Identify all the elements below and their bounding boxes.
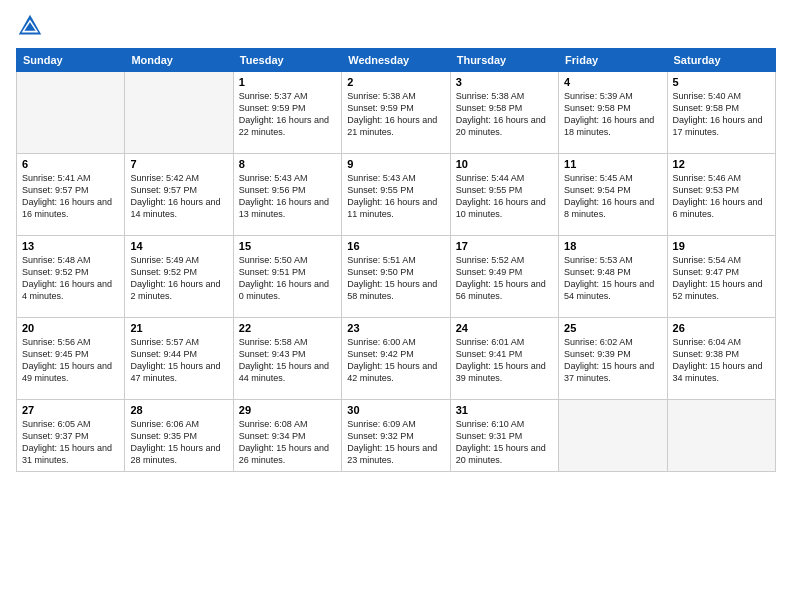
calendar-cell: 22Sunrise: 5:58 AMSunset: 9:43 PMDayligh… [233,318,341,400]
day-number: 31 [456,404,553,416]
calendar-cell: 21Sunrise: 5:57 AMSunset: 9:44 PMDayligh… [125,318,233,400]
calendar-cell: 10Sunrise: 5:44 AMSunset: 9:55 PMDayligh… [450,154,558,236]
cell-text: Sunrise: 5:51 AMSunset: 9:50 PMDaylight:… [347,254,444,303]
calendar-cell: 27Sunrise: 6:05 AMSunset: 9:37 PMDayligh… [17,400,125,472]
day-number: 19 [673,240,770,252]
calendar-cell: 6Sunrise: 5:41 AMSunset: 9:57 PMDaylight… [17,154,125,236]
calendar-cell: 23Sunrise: 6:00 AMSunset: 9:42 PMDayligh… [342,318,450,400]
cell-text: Sunrise: 5:39 AMSunset: 9:58 PMDaylight:… [564,90,661,139]
header [16,12,776,40]
day-number: 5 [673,76,770,88]
calendar-cell: 31Sunrise: 6:10 AMSunset: 9:31 PMDayligh… [450,400,558,472]
cell-text: Sunrise: 5:53 AMSunset: 9:48 PMDaylight:… [564,254,661,303]
calendar-cell: 3Sunrise: 5:38 AMSunset: 9:58 PMDaylight… [450,72,558,154]
cell-text: Sunrise: 6:08 AMSunset: 9:34 PMDaylight:… [239,418,336,467]
cell-text: Sunrise: 5:40 AMSunset: 9:58 PMDaylight:… [673,90,770,139]
calendar-cell: 28Sunrise: 6:06 AMSunset: 9:35 PMDayligh… [125,400,233,472]
cell-text: Sunrise: 5:50 AMSunset: 9:51 PMDaylight:… [239,254,336,303]
day-number: 1 [239,76,336,88]
cell-text: Sunrise: 6:04 AMSunset: 9:38 PMDaylight:… [673,336,770,385]
day-number: 8 [239,158,336,170]
cell-text: Sunrise: 6:09 AMSunset: 9:32 PMDaylight:… [347,418,444,467]
day-number: 23 [347,322,444,334]
day-number: 6 [22,158,119,170]
calendar-cell: 13Sunrise: 5:48 AMSunset: 9:52 PMDayligh… [17,236,125,318]
calendar-cell: 2Sunrise: 5:38 AMSunset: 9:59 PMDaylight… [342,72,450,154]
calendar-cell: 24Sunrise: 6:01 AMSunset: 9:41 PMDayligh… [450,318,558,400]
logo [16,12,48,40]
cell-text: Sunrise: 5:46 AMSunset: 9:53 PMDaylight:… [673,172,770,221]
day-header-friday: Friday [559,49,667,72]
day-number: 7 [130,158,227,170]
day-header-thursday: Thursday [450,49,558,72]
logo-icon [16,12,44,40]
day-number: 3 [456,76,553,88]
day-number: 29 [239,404,336,416]
day-number: 9 [347,158,444,170]
cell-text: Sunrise: 5:38 AMSunset: 9:58 PMDaylight:… [456,90,553,139]
cell-text: Sunrise: 5:43 AMSunset: 9:56 PMDaylight:… [239,172,336,221]
day-number: 30 [347,404,444,416]
day-number: 24 [456,322,553,334]
day-number: 21 [130,322,227,334]
day-number: 20 [22,322,119,334]
cell-text: Sunrise: 6:05 AMSunset: 9:37 PMDaylight:… [22,418,119,467]
calendar-cell: 14Sunrise: 5:49 AMSunset: 9:52 PMDayligh… [125,236,233,318]
calendar-cell: 9Sunrise: 5:43 AMSunset: 9:55 PMDaylight… [342,154,450,236]
cell-text: Sunrise: 5:48 AMSunset: 9:52 PMDaylight:… [22,254,119,303]
calendar-week-row: 6Sunrise: 5:41 AMSunset: 9:57 PMDaylight… [17,154,776,236]
cell-text: Sunrise: 5:49 AMSunset: 9:52 PMDaylight:… [130,254,227,303]
calendar-cell: 7Sunrise: 5:42 AMSunset: 9:57 PMDaylight… [125,154,233,236]
day-number: 16 [347,240,444,252]
day-number: 4 [564,76,661,88]
calendar-cell: 29Sunrise: 6:08 AMSunset: 9:34 PMDayligh… [233,400,341,472]
day-number: 27 [22,404,119,416]
day-number: 11 [564,158,661,170]
cell-text: Sunrise: 6:10 AMSunset: 9:31 PMDaylight:… [456,418,553,467]
cell-text: Sunrise: 6:00 AMSunset: 9:42 PMDaylight:… [347,336,444,385]
calendar-cell [17,72,125,154]
cell-text: Sunrise: 5:58 AMSunset: 9:43 PMDaylight:… [239,336,336,385]
cell-text: Sunrise: 5:38 AMSunset: 9:59 PMDaylight:… [347,90,444,139]
calendar-cell: 15Sunrise: 5:50 AMSunset: 9:51 PMDayligh… [233,236,341,318]
calendar-cell: 19Sunrise: 5:54 AMSunset: 9:47 PMDayligh… [667,236,775,318]
calendar-week-row: 13Sunrise: 5:48 AMSunset: 9:52 PMDayligh… [17,236,776,318]
calendar-cell: 1Sunrise: 5:37 AMSunset: 9:59 PMDaylight… [233,72,341,154]
cell-text: Sunrise: 5:45 AMSunset: 9:54 PMDaylight:… [564,172,661,221]
cell-text: Sunrise: 6:01 AMSunset: 9:41 PMDaylight:… [456,336,553,385]
cell-text: Sunrise: 5:57 AMSunset: 9:44 PMDaylight:… [130,336,227,385]
calendar-cell: 17Sunrise: 5:52 AMSunset: 9:49 PMDayligh… [450,236,558,318]
cell-text: Sunrise: 6:06 AMSunset: 9:35 PMDaylight:… [130,418,227,467]
cell-text: Sunrise: 5:54 AMSunset: 9:47 PMDaylight:… [673,254,770,303]
day-number: 17 [456,240,553,252]
calendar-cell [559,400,667,472]
day-header-tuesday: Tuesday [233,49,341,72]
cell-text: Sunrise: 5:42 AMSunset: 9:57 PMDaylight:… [130,172,227,221]
day-header-saturday: Saturday [667,49,775,72]
cell-text: Sunrise: 5:37 AMSunset: 9:59 PMDaylight:… [239,90,336,139]
cell-text: Sunrise: 5:56 AMSunset: 9:45 PMDaylight:… [22,336,119,385]
calendar: SundayMondayTuesdayWednesdayThursdayFrid… [16,48,776,472]
cell-text: Sunrise: 5:52 AMSunset: 9:49 PMDaylight:… [456,254,553,303]
day-number: 12 [673,158,770,170]
calendar-cell: 11Sunrise: 5:45 AMSunset: 9:54 PMDayligh… [559,154,667,236]
calendar-cell: 4Sunrise: 5:39 AMSunset: 9:58 PMDaylight… [559,72,667,154]
day-number: 26 [673,322,770,334]
calendar-cell: 5Sunrise: 5:40 AMSunset: 9:58 PMDaylight… [667,72,775,154]
day-number: 28 [130,404,227,416]
day-number: 22 [239,322,336,334]
calendar-cell: 12Sunrise: 5:46 AMSunset: 9:53 PMDayligh… [667,154,775,236]
day-number: 18 [564,240,661,252]
calendar-cell [667,400,775,472]
day-number: 2 [347,76,444,88]
day-number: 13 [22,240,119,252]
day-header-sunday: Sunday [17,49,125,72]
calendar-week-row: 27Sunrise: 6:05 AMSunset: 9:37 PMDayligh… [17,400,776,472]
calendar-header-row: SundayMondayTuesdayWednesdayThursdayFrid… [17,49,776,72]
day-header-monday: Monday [125,49,233,72]
calendar-week-row: 1Sunrise: 5:37 AMSunset: 9:59 PMDaylight… [17,72,776,154]
cell-text: Sunrise: 5:44 AMSunset: 9:55 PMDaylight:… [456,172,553,221]
cell-text: Sunrise: 6:02 AMSunset: 9:39 PMDaylight:… [564,336,661,385]
page: SundayMondayTuesdayWednesdayThursdayFrid… [0,0,792,612]
day-number: 14 [130,240,227,252]
